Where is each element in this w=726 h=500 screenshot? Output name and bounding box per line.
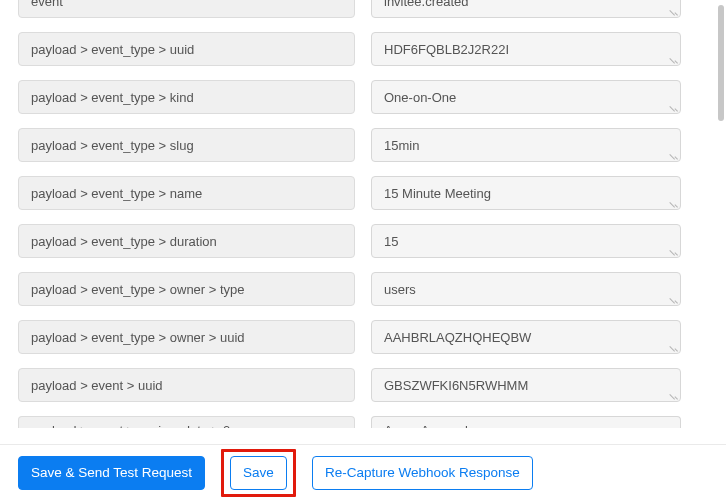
field-path-input[interactable]: payload > event_type > owner > uuid [18, 320, 355, 354]
field-path-text: payload > event_type > slug [31, 138, 194, 153]
field-path-text: event [31, 0, 63, 9]
form-scroll-area[interactable]: event invitee.created payload > event_ty… [0, 0, 726, 444]
field-path-text: payload > event_type > owner > type [31, 282, 245, 297]
field-value-text: GBSZWFKI6N5RWHMM [384, 378, 528, 393]
field-value-input[interactable]: 15 [371, 224, 681, 258]
field-path-text: payload > event_type > duration [31, 234, 217, 249]
field-value-text: 15 Minute Meeting [384, 186, 491, 201]
resize-handle-icon [670, 295, 678, 303]
field-row: payload > event_type > duration 15 [18, 224, 708, 258]
field-value-input[interactable]: users [371, 272, 681, 306]
highlight-box: Save [221, 449, 296, 497]
field-row: payload > event_type > owner > type user… [18, 272, 708, 306]
field-row: payload > event_type > uuid HDF6FQBLB2J2… [18, 32, 708, 66]
field-value-text: invitee.created [384, 0, 469, 9]
field-value-input[interactable]: AAHBRLAQZHQHEQBW [371, 320, 681, 354]
field-value-input[interactable]: One-on-One [371, 80, 681, 114]
field-path-text: payload > event_type > name [31, 186, 202, 201]
field-value-text: 15min [384, 138, 419, 153]
field-path-input[interactable]: payload > event_type > duration [18, 224, 355, 258]
field-value-input[interactable]: GBSZWFKI6N5RWHMM [371, 368, 681, 402]
field-value-text: Aman Agrawal [384, 423, 468, 428]
field-value-input[interactable]: invitee.created [371, 0, 681, 18]
button-label: Re-Capture Webhook Response [325, 465, 520, 480]
field-path-text: payload > event_type > kind [31, 90, 194, 105]
field-value-text: One-on-One [384, 90, 456, 105]
field-path-input[interactable]: payload > event > assigned_to > 0 [18, 416, 355, 428]
resize-handle-icon [670, 343, 678, 351]
field-row: payload > event_type > owner > uuid AAHB… [18, 320, 708, 354]
resize-handle-icon [670, 7, 678, 15]
field-value-text: 15 [384, 234, 398, 249]
field-value-input[interactable]: HDF6FQBLB2J2R22I [371, 32, 681, 66]
field-value-input[interactable]: 15min [371, 128, 681, 162]
field-path-input[interactable]: payload > event_type > kind [18, 80, 355, 114]
button-label: Save & Send Test Request [31, 465, 192, 480]
field-path-input[interactable]: payload > event_type > uuid [18, 32, 355, 66]
field-path-input[interactable]: event [18, 0, 355, 18]
resize-handle-icon [670, 247, 678, 255]
resize-handle-icon [670, 103, 678, 111]
field-path-text: payload > event_type > owner > uuid [31, 330, 245, 345]
resize-handle-icon [670, 151, 678, 159]
resize-handle-icon [670, 55, 678, 63]
footer-actions: Save & Send Test Request Save Re-Capture… [0, 444, 726, 500]
field-value-text: users [384, 282, 416, 297]
field-row: payload > event_type > name 15 Minute Me… [18, 176, 708, 210]
field-row: payload > event > assigned_to > 0 Aman A… [18, 416, 708, 428]
field-value-text: AAHBRLAQZHQHEQBW [384, 330, 531, 345]
recapture-webhook-button[interactable]: Re-Capture Webhook Response [312, 456, 533, 490]
field-path-input[interactable]: payload > event_type > owner > type [18, 272, 355, 306]
field-row: event invitee.created [18, 0, 708, 18]
button-label: Save [243, 465, 274, 480]
field-value-input[interactable]: Aman Agrawal [371, 416, 681, 428]
field-row: payload > event_type > slug 15min [18, 128, 708, 162]
resize-handle-icon [670, 391, 678, 399]
field-row: payload > event > uuid GBSZWFKI6N5RWHMM [18, 368, 708, 402]
field-path-input[interactable]: payload > event_type > slug [18, 128, 355, 162]
scrollbar-thumb[interactable] [718, 5, 724, 121]
field-path-text: payload > event_type > uuid [31, 42, 194, 57]
field-path-input[interactable]: payload > event_type > name [18, 176, 355, 210]
field-path-text: payload > event > assigned_to > 0 [31, 423, 230, 428]
field-row: payload > event_type > kind One-on-One [18, 80, 708, 114]
field-value-text: HDF6FQBLB2J2R22I [384, 42, 509, 57]
field-value-input[interactable]: 15 Minute Meeting [371, 176, 681, 210]
field-path-input[interactable]: payload > event > uuid [18, 368, 355, 402]
save-send-test-button[interactable]: Save & Send Test Request [18, 456, 205, 490]
save-button[interactable]: Save [230, 456, 287, 490]
field-path-text: payload > event > uuid [31, 378, 163, 393]
resize-handle-icon [670, 199, 678, 207]
